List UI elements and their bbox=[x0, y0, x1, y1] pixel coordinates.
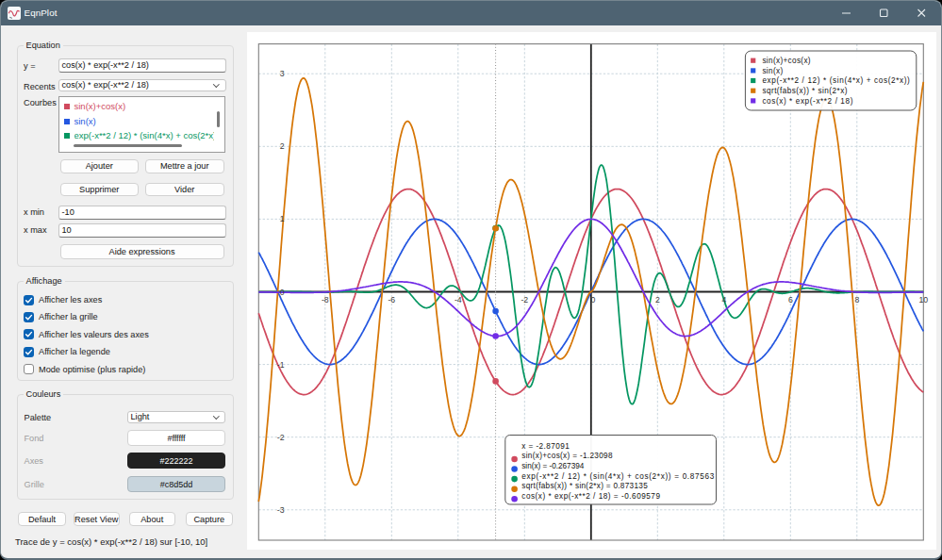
svg-text:-8: -8 bbox=[322, 295, 329, 305]
svg-text:-4: -4 bbox=[454, 295, 462, 305]
svg-text:6: 6 bbox=[788, 295, 793, 305]
svg-text:sin(x): sin(x) bbox=[762, 67, 783, 75]
svg-text:2: 2 bbox=[655, 295, 660, 305]
svg-text:4: 4 bbox=[721, 295, 726, 305]
svg-text:sqrt(fabs(x)) * sin(2*x): sqrt(fabs(x)) * sin(2*x) bbox=[762, 87, 847, 95]
svg-text:1: 1 bbox=[280, 214, 285, 223]
svg-text:cos(x) * exp(-x**2 / 18): cos(x) * exp(-x**2 / 18) bbox=[762, 97, 852, 106]
svg-text:-2: -2 bbox=[521, 295, 528, 305]
svg-text:8: 8 bbox=[854, 295, 859, 305]
svg-text:3: 3 bbox=[280, 69, 285, 78]
svg-text:0: 0 bbox=[591, 295, 596, 305]
svg-text:exp(-x**2 / 12) * (sin(4*x) +: exp(-x**2 / 12) * (sin(4*x) + cos(2*x)) … bbox=[521, 472, 714, 481]
svg-text:sin(x) = -0.267394: sin(x) = -0.267394 bbox=[521, 462, 584, 470]
svg-text:cos(x) * exp(-x**2 / 18) = -0.: cos(x) * exp(-x**2 / 18) = -0.609579 bbox=[521, 492, 660, 501]
svg-text:2: 2 bbox=[280, 141, 285, 151]
svg-text:sin(x)+cos(x): sin(x)+cos(x) bbox=[762, 57, 810, 65]
svg-text:exp(-x**2 / 12) * (sin(4*x) +: exp(-x**2 / 12) * (sin(4*x) + cos(2*x)) bbox=[762, 76, 910, 85]
svg-text:x = -2.87091: x = -2.87091 bbox=[521, 442, 570, 451]
svg-text:-2: -2 bbox=[277, 433, 285, 442]
svg-text:sqrt(fabs(x)) * sin(2*x) = 0.8: sqrt(fabs(x)) * sin(2*x) = 0.873135 bbox=[521, 482, 648, 490]
svg-text:10: 10 bbox=[918, 295, 928, 305]
svg-text:sin(x)+cos(x) = -1.23098: sin(x)+cos(x) = -1.23098 bbox=[521, 452, 613, 460]
svg-text:-3: -3 bbox=[277, 505, 285, 515]
svg-text:-1: -1 bbox=[277, 360, 285, 370]
svg-text:-6: -6 bbox=[388, 295, 395, 305]
svg-text:0: 0 bbox=[280, 288, 285, 297]
